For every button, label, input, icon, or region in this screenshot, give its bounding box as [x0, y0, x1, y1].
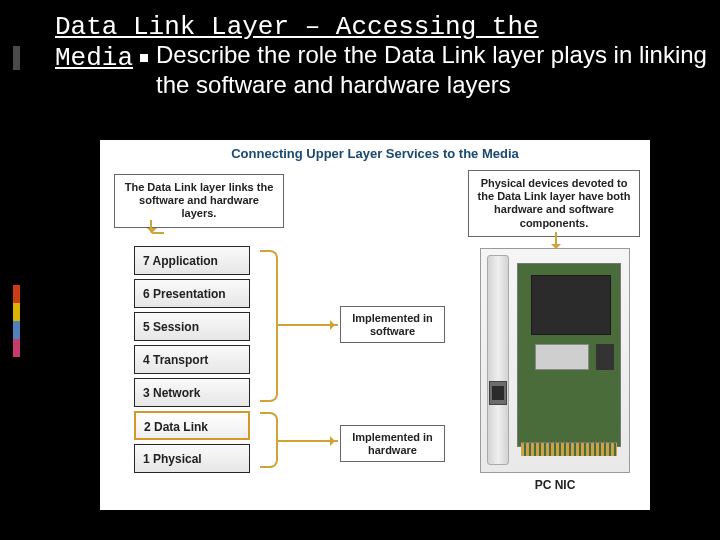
arrow-icon — [278, 440, 338, 442]
accent-bar — [13, 321, 20, 339]
nic-chip — [531, 275, 611, 335]
brace-icon — [260, 412, 278, 468]
nic-ethernet-port — [492, 386, 504, 400]
nic-label: PC NIC — [480, 478, 630, 492]
nic-chip — [596, 344, 614, 370]
osi-layer-3: 3 Network — [134, 378, 250, 407]
osi-layer-7: 7 Application — [134, 246, 250, 275]
osi-stack: 7 Application 6 Presentation 5 Session 4… — [134, 242, 250, 473]
arrow-icon — [150, 220, 164, 234]
brace-icon — [260, 250, 278, 402]
osi-layer-5: 5 Session — [134, 312, 250, 341]
accent-bar — [13, 303, 20, 321]
bullet-icon — [140, 54, 148, 62]
accent-bar — [13, 339, 20, 357]
callout-right: Physical devices devoted to the Data Lin… — [468, 170, 640, 237]
osi-layer-6: 6 Presentation — [134, 279, 250, 308]
diagram: Connecting Upper Layer Services to the M… — [100, 140, 650, 510]
nic-edge-connector — [521, 442, 617, 456]
implemented-software-box: Implemented in software — [340, 306, 445, 343]
bullet-item: Describe the role the Data Link layer pl… — [140, 40, 715, 100]
osi-layer-2: 2 Data Link — [134, 411, 250, 440]
diagram-title: Connecting Upper Layer Services to the M… — [100, 146, 650, 161]
nic-chip — [535, 344, 589, 370]
accent-bar — [13, 285, 20, 303]
implemented-hardware-box: Implemented in hardware — [340, 425, 445, 462]
callout-left: The Data Link layer links the software a… — [114, 174, 284, 228]
title-line-2: Media — [55, 43, 133, 73]
nic-image — [480, 248, 630, 473]
nic-bracket — [487, 255, 509, 465]
osi-layer-1: 1 Physical — [134, 444, 250, 473]
osi-layer-4: 4 Transport — [134, 345, 250, 374]
accent-bar — [13, 46, 20, 70]
arrow-icon — [555, 232, 557, 248]
bullet-text: Describe the role the Data Link layer pl… — [156, 40, 715, 100]
arrow-icon — [278, 324, 338, 326]
title-line-1: Data Link Layer – Accessing the — [55, 12, 539, 42]
